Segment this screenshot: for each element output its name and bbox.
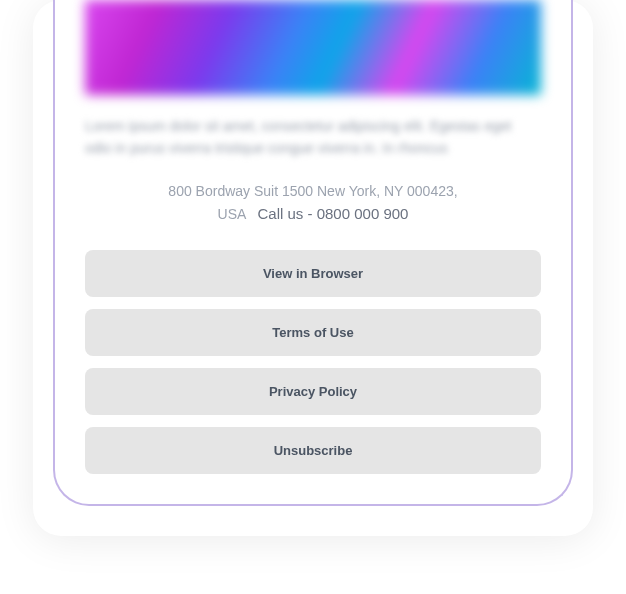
terms-of-use-button[interactable]: Terms of Use	[85, 309, 541, 356]
hero-image	[85, 0, 541, 95]
call-us-text: Call us - 0800 000 900	[257, 205, 408, 222]
phone-preview-frame: Lorem ipsum dolor sit amet, consectetur …	[53, 0, 573, 506]
footer-button-stack: View in Browser Terms of Use Privacy Pol…	[85, 250, 541, 474]
privacy-policy-button[interactable]: Privacy Policy	[85, 368, 541, 415]
view-in-browser-button[interactable]: View in Browser	[85, 250, 541, 297]
footer-address: 800 Bordway Suit 1500 New York, NY 00042…	[85, 180, 541, 226]
email-body-text: Lorem ipsum dolor sit amet, consectetur …	[85, 115, 541, 160]
address-country: USA	[218, 206, 246, 222]
address-line-1: 800 Bordway Suit 1500 New York, NY 00042…	[85, 180, 541, 202]
unsubscribe-button[interactable]: Unsubscribe	[85, 427, 541, 474]
card-container: Lorem ipsum dolor sit amet, consectetur …	[33, 0, 593, 536]
